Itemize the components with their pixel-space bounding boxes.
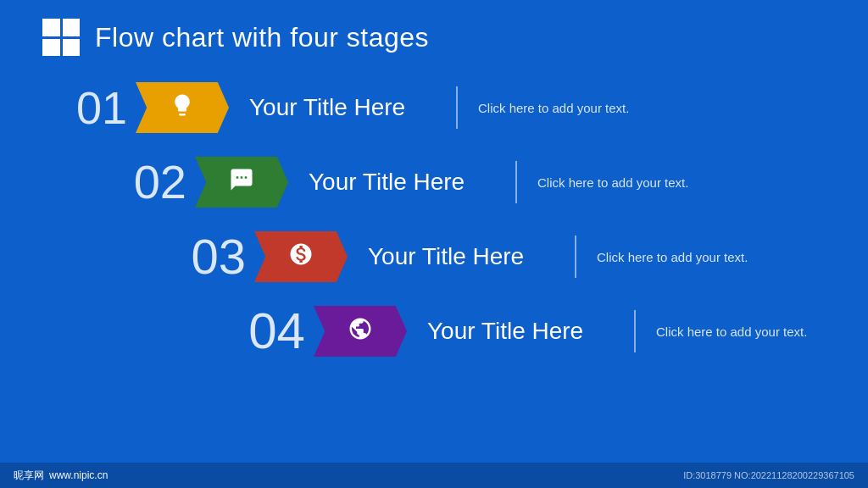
chat-icon bbox=[229, 167, 254, 198]
stage-number-3: 03 bbox=[161, 232, 246, 281]
stage-row-4: 04 Your Title Here Click here to add you… bbox=[42, 297, 826, 366]
page-title: Flow chart with four stages bbox=[95, 22, 429, 53]
stage-divider-3 bbox=[575, 236, 576, 278]
footer-id: ID:3018779 NO:20221128200229367105 bbox=[683, 470, 854, 480]
bulb-icon bbox=[170, 92, 195, 124]
stage-divider-2 bbox=[515, 161, 517, 203]
stage-title-3[interactable]: Your Title Here bbox=[368, 243, 554, 270]
stage-banner-2 bbox=[195, 157, 288, 208]
stage-banner-4 bbox=[314, 306, 407, 357]
dollar-icon bbox=[288, 241, 314, 273]
stage-divider-4 bbox=[634, 310, 636, 352]
stages-container: 01 Your Title Here Click here to add you… bbox=[0, 64, 868, 366]
stage-row-3: 03 Your Title Here Click here to add you… bbox=[42, 222, 826, 291]
stage-banner-1 bbox=[136, 82, 229, 133]
footer-logo: 昵享网 bbox=[14, 469, 44, 483]
footer: 昵享网 www.nipic.cn ID:3018779 NO:202211282… bbox=[0, 463, 868, 488]
stage-title-1[interactable]: Your Title Here bbox=[249, 94, 436, 121]
stage-description-3[interactable]: Click here to add your text. bbox=[597, 250, 748, 264]
stage-description-4[interactable]: Click here to add your text. bbox=[656, 324, 807, 339]
header: Flow chart with four stages bbox=[0, 0, 868, 64]
stage-description-2[interactable]: Click here to add your text. bbox=[537, 175, 688, 190]
stage-title-4[interactable]: Your Title Here bbox=[427, 318, 614, 345]
windows-logo bbox=[42, 19, 80, 56]
footer-url: www.nipic.cn bbox=[49, 469, 108, 481]
footer-left: 昵享网 www.nipic.cn bbox=[14, 469, 108, 483]
stage-title-2[interactable]: Your Title Here bbox=[309, 169, 495, 196]
stage-number-4: 04 bbox=[220, 306, 305, 357]
stage-banner-3 bbox=[254, 231, 348, 282]
stage-divider-1 bbox=[456, 86, 458, 129]
stage-number-2: 02 bbox=[102, 158, 186, 206]
globe-icon bbox=[348, 316, 373, 347]
stage-number-1: 01 bbox=[42, 85, 127, 130]
stage-row-1: 01 Your Title Here Click here to add you… bbox=[42, 73, 826, 142]
stage-description-1[interactable]: Click here to add your text. bbox=[478, 101, 629, 115]
stage-row-2: 02 Your Title Here Click here to add you… bbox=[42, 147, 826, 217]
